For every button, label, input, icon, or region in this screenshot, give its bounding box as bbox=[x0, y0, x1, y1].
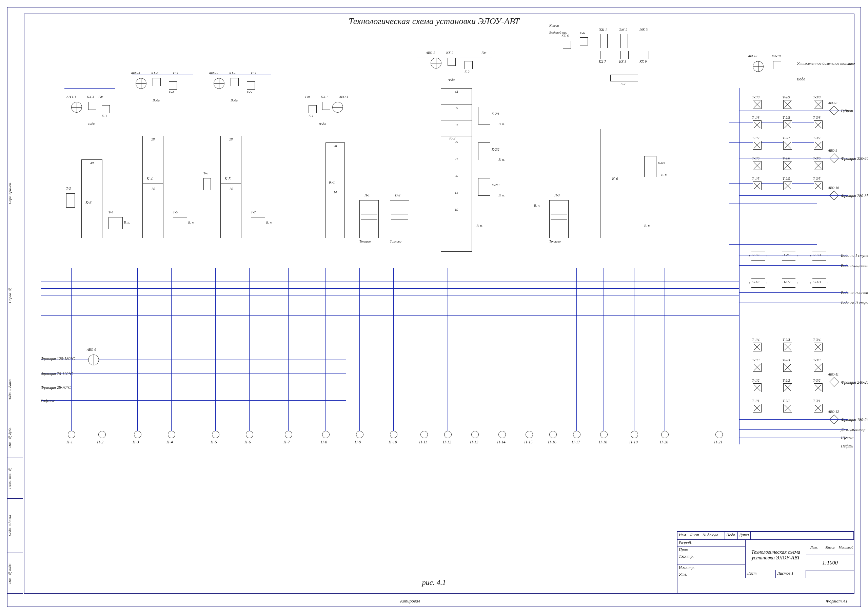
hx-Т-2/7 bbox=[783, 141, 792, 149]
title-block: Изм. Лист № докум. Подп. Дата Разраб. Пр… bbox=[677, 531, 854, 594]
label-kx8: КХ-8 bbox=[619, 60, 626, 64]
hx-Т-2/2 bbox=[783, 383, 792, 392]
pump-label-Н-2: Н-2 bbox=[97, 440, 104, 445]
label-T7: Т-7 bbox=[251, 210, 256, 214]
label-water4: Вода bbox=[153, 98, 160, 102]
hx-label-Т-3/8: Т-3/8 bbox=[813, 116, 820, 120]
label-kx2: КХ-2 bbox=[446, 51, 453, 54]
pump-label-Н-14: Н-14 bbox=[497, 440, 505, 445]
pump-Н-5 bbox=[212, 431, 219, 438]
pump-Н-17 bbox=[573, 431, 580, 438]
hx-label-Т-2/1: Т-2/1 bbox=[783, 399, 790, 403]
hx-Т-2/1 bbox=[783, 404, 792, 412]
column-K4: 28 14 bbox=[143, 136, 163, 238]
pump-label-Н-10: Н-10 bbox=[389, 440, 397, 445]
stripper-K22 bbox=[478, 143, 490, 160]
out-5: Вода на очистку bbox=[841, 291, 865, 295]
out-10: Щелочь bbox=[841, 435, 865, 441]
hx-Т-2/3 bbox=[783, 363, 792, 372]
ejector-1 bbox=[600, 34, 608, 48]
out-heavy-diesel: Утяжеленное дизельное топливо bbox=[797, 61, 844, 66]
hx-Т-3/8 bbox=[814, 120, 823, 129]
reboiler-T5 bbox=[173, 217, 187, 229]
label-kx7: КХ-7 bbox=[599, 60, 606, 64]
pump-label-Н-1: Н-1 bbox=[67, 440, 73, 445]
label-ej3: ЭЖ-3 bbox=[640, 28, 648, 31]
pump-Н-1 bbox=[68, 431, 75, 438]
pump-label-Н-7: Н-7 bbox=[284, 440, 290, 445]
hx-Т-3/4 bbox=[814, 343, 823, 351]
hx-Т-3/3 bbox=[814, 363, 823, 372]
label-gas4: Газ bbox=[173, 71, 178, 75]
hx-label-Т-1/1: Т-1/1 bbox=[752, 399, 760, 403]
drum-E2 bbox=[465, 61, 473, 69]
pump-label-Н-9: Н-9 bbox=[355, 440, 361, 445]
hx-label-Т-1/3: Т-1/3 bbox=[752, 358, 760, 362]
kx-8 bbox=[620, 51, 629, 59]
footer-format: Формат A1 bbox=[826, 598, 848, 604]
label-K2: К-2 bbox=[449, 136, 456, 141]
label-gas5: Газ bbox=[251, 71, 256, 75]
hx-Т-1/9 bbox=[753, 100, 761, 109]
furnace-P1 bbox=[360, 200, 379, 238]
ejector-2 bbox=[620, 34, 628, 48]
hx-label-Т-2/5: Т-2/5 bbox=[783, 177, 790, 180]
label-E4: Е-4 bbox=[169, 90, 174, 94]
pump-Н-4 bbox=[168, 431, 175, 438]
label-to-furnace: К печи bbox=[549, 24, 559, 28]
pump-Н-15 bbox=[525, 431, 533, 438]
label-abo1: АВО-1 bbox=[339, 95, 348, 99]
pump-Н-3 bbox=[134, 431, 141, 438]
label-vp-P3: В. п. bbox=[534, 204, 541, 207]
label-abo2: АВО-2 bbox=[426, 51, 435, 54]
label-vp-K2btm: В. п. bbox=[476, 224, 483, 228]
pump-label-Н-20: Н-20 bbox=[660, 440, 668, 445]
drawing-frame: Технологическая схема установки ЭЛОУ-АВТ… bbox=[0, 0, 868, 614]
pump-label-Н-6: Н-6 bbox=[245, 440, 251, 445]
label-vp61: В. п. bbox=[661, 173, 668, 177]
hx-Т-1/3 bbox=[753, 363, 761, 372]
hx-label-Т-3/9: Т-3/9 bbox=[813, 95, 820, 99]
pump-label-Н-5: Н-5 bbox=[211, 440, 217, 445]
kx-5 bbox=[231, 78, 239, 86]
figure-label: рис. 4.1 bbox=[422, 578, 446, 587]
label-vp7: В. п. bbox=[266, 221, 273, 224]
pump-Н-7 bbox=[285, 431, 292, 438]
out-1: Фракция 350-500°С bbox=[841, 156, 865, 161]
label-kx6: КХ-6 bbox=[561, 34, 569, 38]
furnace-P3 bbox=[549, 200, 569, 238]
hx-label-Т-3/3: Т-3/3 bbox=[813, 358, 820, 362]
out-4: Вода очищенная bbox=[841, 263, 865, 268]
label-K5: К-5 bbox=[225, 176, 231, 182]
pump-Н-2 bbox=[98, 431, 106, 438]
hx-Т-1/4 bbox=[753, 343, 761, 351]
label-K61: К-6/1 bbox=[658, 161, 666, 165]
hx-Т-2/4 bbox=[783, 343, 792, 351]
drum-E4 bbox=[169, 81, 177, 90]
out-2: Фракция 280-350°С bbox=[841, 193, 865, 199]
label-vp23: В. п. bbox=[498, 193, 505, 197]
reboiler-T3 bbox=[66, 193, 75, 208]
label-E6: Е-6 bbox=[580, 31, 584, 35]
hx-Т-1/5 bbox=[753, 182, 761, 190]
label-P3-fuel: Топливо bbox=[549, 239, 561, 243]
label-K3: К-3 bbox=[85, 200, 91, 205]
label-P3: П-3 bbox=[554, 193, 560, 197]
pump-label-Н-16: Н-16 bbox=[548, 440, 556, 445]
label-T3: Т-3 bbox=[66, 187, 71, 190]
label-kx9: КХ-9 bbox=[640, 60, 646, 64]
kx-10 bbox=[773, 61, 781, 69]
out-6: Вода со II ступени bbox=[841, 300, 865, 306]
hx-label-Т-1/8: Т-1/8 bbox=[752, 116, 760, 120]
label-vp-K6btm: В. п. bbox=[644, 224, 651, 228]
hx-Т-3/2 bbox=[814, 383, 823, 392]
label-vp22: В. п. bbox=[498, 158, 505, 162]
label-vp21: В. п. bbox=[498, 122, 505, 126]
abo-label-АВО-12: АВО-12 bbox=[828, 410, 839, 413]
pump-Н-16 bbox=[549, 431, 557, 438]
drum-E7 bbox=[610, 75, 638, 81]
drum-E3 bbox=[102, 105, 110, 113]
pump-label-Н-21: Н-21 bbox=[714, 440, 722, 445]
label-gas2: Газ bbox=[482, 51, 486, 54]
out-0: Гудрон bbox=[841, 109, 865, 113]
